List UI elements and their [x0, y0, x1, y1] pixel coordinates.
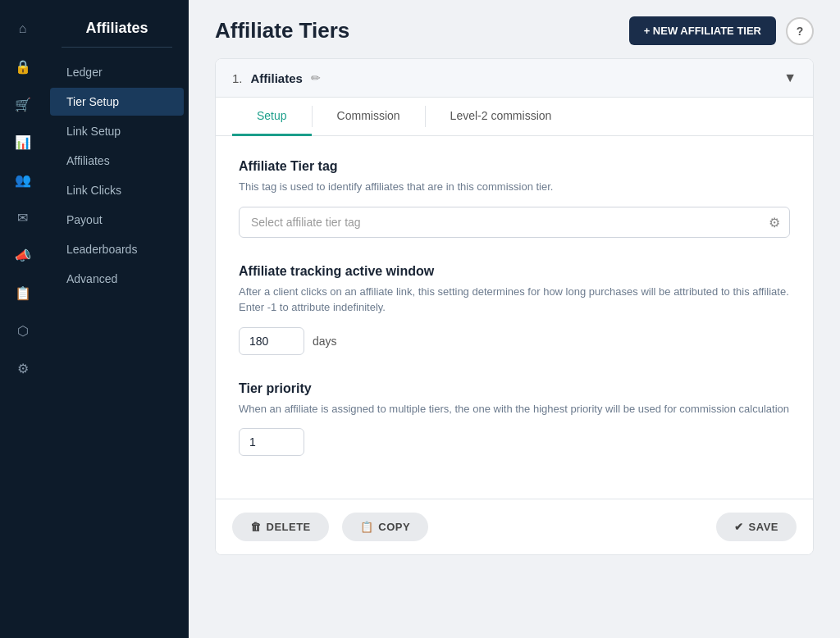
save-label: SAVE — [749, 521, 778, 533]
days-unit-label: days — [313, 335, 337, 348]
tier-priority-input[interactable] — [239, 428, 304, 456]
tier-priority-title: Tier priority — [239, 381, 790, 396]
tracking-window-title: Affiliate tracking active window — [239, 264, 790, 279]
copy-label: COPY — [378, 521, 410, 533]
tier-header-left: 1. Affiliates ✏ — [232, 71, 321, 85]
tier-card: 1. Affiliates ✏ ▼ Setup Commission Level… — [215, 58, 814, 555]
header: Affiliate Tiers + NEW AFFILIATE TIER ? — [189, 0, 840, 58]
tracking-window-description: After a client clicks on an affiliate li… — [239, 284, 790, 316]
tier-header: 1. Affiliates ✏ ▼ — [216, 59, 813, 98]
nodes-icon[interactable]: ⬡ — [7, 315, 39, 346]
lock-icon[interactable]: 🔒 — [7, 51, 39, 82]
sidebar-item-link-clicks[interactable]: Link Clicks — [50, 176, 184, 204]
sidebar-title: Affiliates — [45, 13, 189, 47]
delete-icon: 🗑 — [250, 521, 262, 533]
header-actions: + NEW AFFILIATE TIER ? — [629, 16, 814, 45]
tier-tabs: Setup Commission Level-2 commission — [216, 98, 813, 136]
tab-commission[interactable]: Commission — [313, 98, 425, 136]
tier-priority-description: When an affiliate is assigned to multipl… — [239, 401, 790, 417]
chart-icon[interactable]: 📊 — [7, 126, 39, 157]
copy-button[interactable]: 📋 COPY — [342, 513, 428, 541]
tier-tag-section: Affiliate Tier tag This tag is used to i… — [239, 159, 790, 238]
help-button[interactable]: ? — [786, 17, 814, 45]
tier-tag-select-wrapper: Select affiliate tier tag ⚙ — [239, 207, 790, 238]
setup-form: Affiliate Tier tag This tag is used to i… — [216, 136, 813, 499]
page-title: Affiliate Tiers — [215, 18, 349, 43]
edit-tier-name-icon[interactable]: ✏ — [311, 71, 321, 84]
sidebar: Affiliates Ledger Tier Setup Link Setup … — [45, 0, 189, 638]
book-icon[interactable]: 📋 — [7, 277, 39, 308]
delete-button[interactable]: 🗑 DELETE — [232, 513, 329, 541]
tier-tag-select[interactable]: Select affiliate tier tag — [239, 207, 790, 238]
help-icon: ? — [797, 25, 804, 38]
sidebar-item-tier-setup[interactable]: Tier Setup — [50, 88, 184, 116]
new-tier-label: + NEW AFFILIATE TIER — [644, 25, 761, 37]
mail-icon[interactable]: ✉ — [7, 202, 39, 233]
users-icon[interactable]: 👥 — [7, 164, 39, 195]
tier-tag-title: Affiliate Tier tag — [239, 159, 790, 174]
collapse-tier-icon[interactable]: ▼ — [783, 71, 797, 85]
save-icon: ✔ — [734, 521, 744, 533]
delete-label: DELETE — [267, 521, 311, 533]
tier-name: Affiliates — [251, 71, 303, 85]
tracking-days-input[interactable] — [239, 327, 304, 355]
sidebar-item-ledger[interactable]: Ledger — [50, 58, 184, 86]
main-content: Affiliate Tiers + NEW AFFILIATE TIER ? 1… — [189, 0, 840, 638]
speaker-icon[interactable]: 📣 — [7, 239, 39, 271]
icon-bar: ⌂ 🔒 🛒 📊 👥 ✉ 📣 📋 ⬡ ⚙ — [0, 0, 45, 638]
save-button[interactable]: ✔ SAVE — [716, 513, 797, 541]
tab-level2-commission[interactable]: Level-2 commission — [426, 98, 577, 136]
sidebar-item-link-setup[interactable]: Link Setup — [50, 117, 184, 145]
tier-number: 1. — [232, 71, 243, 85]
new-affiliate-tier-button[interactable]: + NEW AFFILIATE TIER — [629, 16, 776, 45]
tracking-window-section: Affiliate tracking active window After a… — [239, 264, 790, 355]
tracking-window-input-group: days — [239, 327, 790, 355]
settings-icon[interactable]: ⚙ — [7, 353, 39, 384]
copy-icon: 📋 — [360, 521, 374, 533]
sidebar-item-payout[interactable]: Payout — [50, 206, 184, 234]
sidebar-divider — [62, 47, 172, 48]
sidebar-item-leaderboards[interactable]: Leaderboards — [50, 235, 184, 263]
content-area: 1. Affiliates ✏ ▼ Setup Commission Level… — [189, 58, 840, 638]
home-icon[interactable]: ⌂ — [7, 13, 39, 44]
tier-tag-description: This tag is used to identify affiliates … — [239, 179, 790, 195]
bottom-actions: 🗑 DELETE 📋 COPY ✔ SAVE — [216, 499, 813, 554]
cart-icon[interactable]: 🛒 — [7, 89, 39, 120]
tier-priority-section: Tier priority When an affiliate is assig… — [239, 381, 790, 457]
tab-setup[interactable]: Setup — [232, 98, 312, 136]
sidebar-item-advanced[interactable]: Advanced — [50, 265, 184, 293]
sidebar-item-affiliates[interactable]: Affiliates — [50, 147, 184, 175]
